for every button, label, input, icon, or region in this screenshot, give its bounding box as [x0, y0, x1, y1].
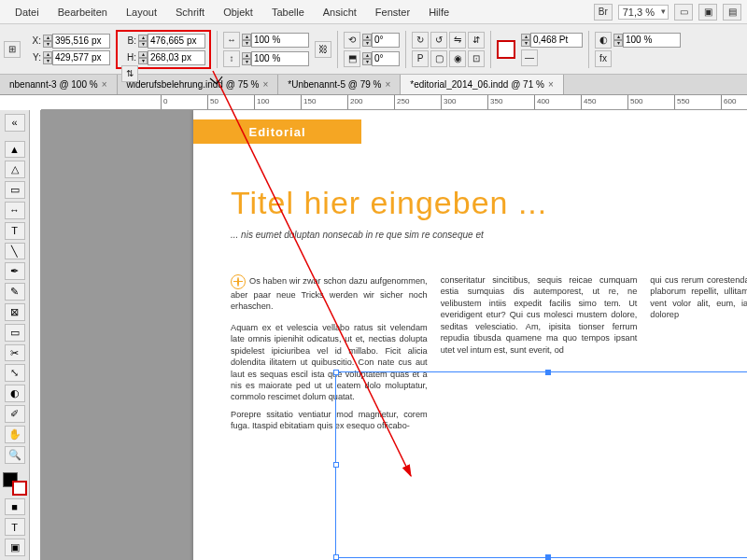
close-icon[interactable]: ×	[385, 79, 390, 90]
page-subtitle: ... nis eumet doluptan nonsecab in re qu…	[231, 230, 484, 240]
text-mode-icon[interactable]: T	[5, 518, 25, 536]
y-input[interactable]	[52, 50, 110, 65]
opacity-input[interactable]	[623, 33, 681, 48]
bridge-button[interactable]: Br	[594, 4, 613, 21]
zoom-tool[interactable]: 🔍	[5, 446, 25, 464]
globe-icon	[231, 274, 246, 289]
stroke-style-icon[interactable]: —	[521, 49, 538, 66]
collapse-panel-icon[interactable]: «	[5, 114, 25, 132]
rectangle-tool[interactable]: ▭	[5, 324, 25, 342]
select-container-icon[interactable]: ▢	[430, 50, 447, 67]
flip-h-icon[interactable]: ⇋	[449, 32, 466, 49]
p-icon[interactable]: P	[412, 50, 429, 67]
menu-ansicht[interactable]: Ansicht	[314, 3, 366, 21]
flip-v-icon[interactable]: ⇵	[468, 32, 485, 49]
menu-objekt[interactable]: Objekt	[214, 3, 262, 21]
width-input[interactable]	[148, 34, 205, 49]
hand-tool[interactable]: ✋	[5, 426, 25, 443]
document-tabs: nbenannt-3 @ 100 %× widerufsbelehrung.in…	[0, 75, 747, 95]
editorial-tab: Editorial	[193, 119, 361, 144]
menu-layout[interactable]: Layout	[117, 3, 166, 21]
effects-icon[interactable]: fx	[595, 50, 612, 67]
y-label: Y:	[26, 52, 41, 63]
view-mode-tool[interactable]: ▣	[5, 539, 25, 556]
rotate-icon: ⟲	[344, 32, 360, 49]
menu-fenster[interactable]: Fenster	[366, 3, 419, 21]
doc-tab-4[interactable]: *editorial_2014_06.indd @ 71 %×	[401, 75, 563, 94]
screen-mode-icon[interactable]: ▣	[698, 4, 717, 21]
opacity-icon: ◐	[595, 32, 612, 49]
view-mode-icon[interactable]: ▭	[674, 4, 693, 21]
height-label: H:	[121, 52, 136, 63]
scale-x-icon: ↔	[223, 32, 240, 49]
shear-input[interactable]	[372, 51, 400, 66]
scissors-tool[interactable]: ✂	[5, 344, 25, 362]
pen-tool[interactable]: ✒	[5, 262, 25, 280]
gradient-tool[interactable]: ◐	[5, 385, 25, 402]
free-transform-tool[interactable]: ⤡	[5, 364, 25, 382]
arrange-icon[interactable]: ▤	[723, 4, 741, 21]
control-bar: ⊞ X: ▴▾ Y: ▴▾ B: ▴▾ H: ▴▾ ⇅ ↔ ▴▾	[0, 24, 747, 75]
rectangle-frame-tool[interactable]: ⊠	[5, 303, 25, 321]
shear-icon: ⬒	[344, 50, 360, 67]
rotate-cw-icon[interactable]: ↻	[412, 32, 429, 49]
link-scale-icon[interactable]: ⛓	[315, 41, 331, 58]
menu-datei[interactable]: Datei	[6, 3, 49, 21]
dimensions-highlight: B: ▴▾ H: ▴▾ ⇅	[116, 30, 211, 69]
selected-frame[interactable]	[335, 371, 747, 558]
line-tool[interactable]: ╲	[5, 243, 25, 260]
x-input[interactable]	[52, 34, 110, 49]
width-label: B:	[121, 35, 136, 46]
vertical-ruler[interactable]	[30, 110, 41, 560]
menu-bar: Datei Bearbeiten Layout Schrift Objekt T…	[0, 0, 747, 24]
horizontal-ruler[interactable]: 0 50 100 150 200 250 300 350 400 450 500…	[41, 95, 747, 110]
pencil-tool[interactable]: ✎	[5, 283, 25, 301]
type-tool[interactable]: T	[5, 222, 25, 240]
scale-x-input[interactable]	[251, 33, 309, 48]
fit-content-icon[interactable]: ⊡	[468, 50, 485, 67]
close-icon[interactable]: ×	[548, 79, 554, 90]
apply-color-icon[interactable]: ■	[5, 498, 25, 516]
reference-point-icon[interactable]: ⊞	[4, 41, 21, 58]
menu-hilfe[interactable]: Hilfe	[419, 3, 458, 21]
scale-y-icon: ↕	[223, 50, 240, 67]
menu-bearbeiten[interactable]: Bearbeiten	[49, 3, 117, 21]
stroke-weight-input[interactable]	[530, 33, 583, 48]
gap-tool[interactable]: ↔	[5, 202, 25, 219]
direct-selection-tool[interactable]: △	[5, 161, 25, 178]
eyedropper-tool[interactable]: ✐	[5, 405, 25, 423]
selection-tool[interactable]: ▲	[5, 141, 25, 159]
transform-icons: ↻ ↺ ⇋ ⇵ P ▢ ◉ ⊡	[412, 32, 485, 67]
doc-tab-2[interactable]: widerufsbelehrung.indd @ 75 %×	[118, 75, 279, 94]
page-title: Titel hier eingeben ...	[231, 185, 547, 221]
scale-y-input[interactable]	[251, 51, 309, 66]
canvas[interactable]: Editorial Titel hier eingeben ... ... ni…	[30, 110, 747, 560]
close-icon[interactable]: ×	[262, 79, 268, 90]
fill-stroke-swatch[interactable]	[497, 40, 515, 59]
page-tool[interactable]: ▭	[5, 181, 25, 199]
doc-tab-1[interactable]: nbenannt-3 @ 100 %×	[0, 75, 118, 94]
x-label: X:	[26, 35, 41, 46]
rotate-ccw-icon[interactable]: ↺	[430, 32, 447, 49]
fill-stroke-tool[interactable]	[3, 472, 27, 495]
rotation-input[interactable]	[372, 33, 400, 48]
close-icon[interactable]: ×	[102, 79, 107, 90]
zoom-level-dropdown[interactable]: 71,3 %	[618, 5, 669, 20]
doc-tab-3[interactable]: *Unbenannt-5 @ 79 %×	[278, 75, 401, 94]
tool-panel: « ▲ △ ▭ ↔ T ╲ ✒ ✎ ⊠ ▭ ✂ ⤡ ◐ ✐ ✋ 🔍 ■ T ▣	[0, 110, 30, 560]
menu-tabelle[interactable]: Tabelle	[262, 3, 314, 21]
select-content-icon[interactable]: ◉	[449, 50, 466, 67]
height-input[interactable]	[148, 50, 205, 65]
constrain-proportions-icon[interactable]: ⇅	[121, 65, 138, 82]
menu-schrift[interactable]: Schrift	[166, 3, 214, 21]
